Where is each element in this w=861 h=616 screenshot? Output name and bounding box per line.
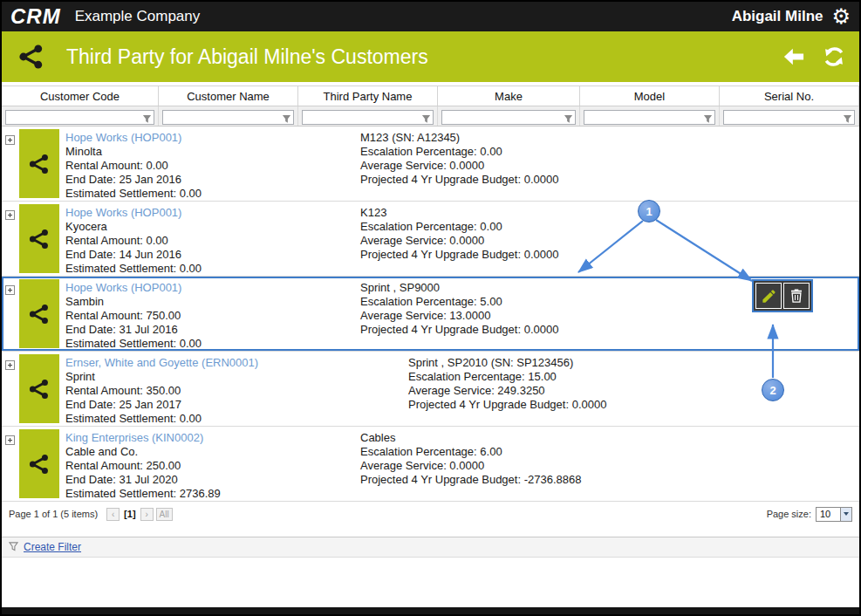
all-pages-button[interactable]: All (156, 508, 173, 521)
filter-cell-customer-code (2, 106, 159, 126)
dropdown-button[interactable] (840, 508, 851, 521)
create-filter-link[interactable]: Create Filter (24, 541, 81, 553)
delete-button[interactable] (783, 283, 810, 309)
back-button[interactable] (781, 44, 807, 70)
window-bottom-edge (2, 607, 859, 614)
detail-line: Average Service: 0.0000 (360, 234, 558, 248)
detail-line: Sprint , SP9000 (360, 281, 558, 295)
page-size-label: Page size: (767, 509, 811, 519)
expand-row-button[interactable] (5, 285, 15, 295)
filter-input-model[interactable] (584, 110, 715, 125)
annotation-callout-1: 1 (638, 200, 660, 222)
customer-link[interactable]: Hope Works (HOP001) (65, 131, 202, 145)
pager-bar: Page 1 of 1 (5 items) ‹ [1] › All Page s… (2, 502, 859, 526)
next-page-button[interactable]: › (140, 508, 154, 521)
customer-block: Hope Works (HOP001) Sambin Rental Amount… (65, 279, 202, 348)
filter-funnel-icon[interactable] (421, 112, 431, 121)
table-row-selected[interactable]: Hope Works (HOP001) Sambin Rental Amount… (2, 277, 859, 352)
column-header-make[interactable]: Make (438, 86, 580, 106)
column-header-model[interactable]: Model (580, 86, 720, 106)
topbar-right: Abigail Milne ⚙ (732, 6, 851, 27)
customer-block: Ernser, White and Goyette (ERN0001) Spri… (65, 354, 258, 423)
detail-line: Kyocera (65, 220, 202, 234)
customer-link[interactable]: Ernser, White and Goyette (ERN0001) (65, 356, 258, 370)
detail-line: Cable and Co. (65, 445, 221, 459)
third-party-block: Sprint , SP2010 (SN: SP123456) Escalatio… (408, 356, 606, 412)
header-actions (781, 44, 847, 70)
company-name: Example Company (75, 8, 201, 25)
detail-line: End Date: 25 Jan 2016 (65, 173, 202, 187)
edit-button[interactable] (755, 283, 782, 309)
detail-line: End Date: 25 Jan 2017 (65, 398, 258, 412)
third-party-block: K123 Escalation Percentage: 0.00 Average… (360, 206, 558, 262)
filter-cell-customer-name (159, 106, 298, 126)
filter-cell-third-party-name (298, 106, 438, 126)
detail-line: Projected 4 Yr Upgrade Budget: 0.0000 (360, 173, 558, 187)
annotation-callout-2: 2 (762, 379, 784, 401)
detail-line: End Date: 31 Jul 2020 (65, 473, 221, 487)
detail-line: Minolta (65, 145, 202, 159)
pager-buttons: ‹ [1] › All (106, 508, 173, 521)
prev-page-button[interactable]: ‹ (106, 508, 120, 521)
detail-line: Escalation Percentage: 0.00 (360, 220, 558, 234)
detail-line: Sprint , SP2010 (SN: SP123456) (408, 356, 606, 370)
customer-link[interactable]: Hope Works (HOP001) (65, 281, 202, 295)
filter-input-customer-name[interactable] (162, 110, 294, 125)
third-party-block: Cables Escalation Percentage: 6.00 Avera… (360, 431, 581, 487)
filter-input-customer-code[interactable] (5, 110, 154, 125)
detail-line: Estimated Settlement: 0.00 (65, 337, 202, 351)
column-header-customer-code[interactable]: Customer Code (2, 86, 159, 106)
customer-link[interactable]: King Enterprises (KIN0002) (65, 431, 221, 445)
page-size-select[interactable]: 10 (816, 507, 852, 522)
filter-funnel-icon[interactable] (564, 112, 573, 121)
expand-row-button[interactable] (5, 135, 15, 145)
column-header-third-party-name[interactable]: Third Party Name (298, 86, 438, 106)
third-party-row-icon (19, 429, 59, 498)
filter-cell-model (580, 106, 720, 126)
detail-line: Estimated Settlement: 2736.89 (65, 487, 221, 501)
customer-link[interactable]: Hope Works (HOP001) (65, 206, 202, 220)
filter-funnel-icon[interactable] (843, 112, 852, 121)
footer-gap (2, 526, 859, 537)
settings-gear-icon[interactable]: ⚙ (831, 6, 851, 27)
app-window: CRM Example Company Abigail Milne ⚙ Thir… (0, 0, 861, 616)
user-name: Abigail Milne (732, 8, 823, 25)
expand-row-button[interactable] (5, 435, 15, 445)
detail-line: End Date: 31 Jul 2016 (65, 323, 202, 337)
filter-funnel-icon (9, 539, 18, 555)
detail-line: Rental Amount: 0.00 (65, 159, 202, 173)
expand-row-button[interactable] (5, 360, 15, 370)
third-party-row-icon (19, 279, 59, 348)
table-row[interactable]: Hope Works (HOP001) Kyocera Rental Amoun… (2, 202, 859, 277)
filter-input-third-party-name[interactable] (302, 110, 434, 125)
filter-input-make[interactable] (441, 110, 576, 125)
table-row[interactable]: Hope Works (HOP001) Minolta Rental Amoun… (2, 127, 859, 202)
third-party-row-icon (19, 354, 59, 423)
row-action-toolbar (752, 279, 813, 312)
filter-funnel-icon[interactable] (142, 112, 152, 121)
filter-funnel-icon[interactable] (282, 112, 291, 121)
detail-line: Projected 4 Yr Upgrade Budget: 0.0000 (408, 398, 606, 412)
detail-line: Rental Amount: 250.00 (65, 459, 221, 473)
detail-line: Rental Amount: 0.00 (65, 234, 202, 248)
detail-line: Sprint (65, 370, 258, 384)
refresh-button[interactable] (821, 44, 847, 70)
expand-row-button[interactable] (5, 210, 15, 220)
filter-funnel-icon[interactable] (703, 112, 713, 121)
table-row[interactable]: King Enterprises (KIN0002) Cable and Co.… (2, 427, 859, 502)
pager-summary: Page 1 of 1 (5 items) (9, 509, 98, 519)
top-bar: CRM Example Company Abigail Milne ⚙ (2, 2, 859, 31)
detail-line: Average Service: 13.0000 (360, 309, 558, 323)
detail-line: Projected 4 Yr Upgrade Budget: -2736.886… (360, 473, 581, 487)
grid-filter-row (2, 106, 859, 127)
table-row[interactable]: Ernser, White and Goyette (ERN0001) Spri… (2, 352, 859, 427)
detail-line: Escalation Percentage: 5.00 (360, 295, 558, 309)
page-header: Third Party for Abigail Milne's Customer… (2, 31, 859, 82)
detail-line: Average Service: 249.3250 (408, 384, 606, 398)
third-party-share-icon (14, 39, 49, 74)
crm-logo: CRM (10, 6, 61, 27)
filter-input-serial-no[interactable] (723, 110, 855, 125)
current-page-label: [1] (122, 509, 137, 519)
column-header-customer-name[interactable]: Customer Name (159, 86, 298, 106)
column-header-serial-no[interactable]: Serial No. (720, 86, 859, 106)
